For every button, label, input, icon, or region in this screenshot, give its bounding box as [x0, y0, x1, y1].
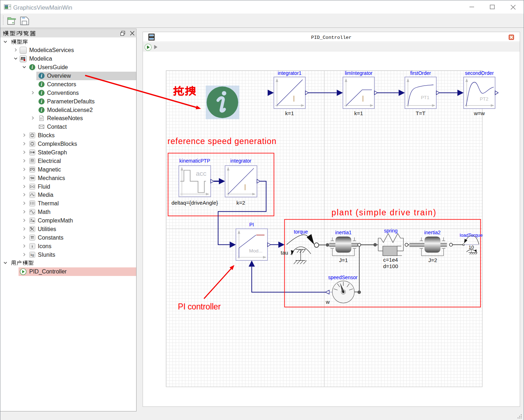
- svg-text:J=1: J=1: [339, 257, 348, 263]
- svg-text:kinematicPTP: kinematicPTP: [179, 158, 210, 164]
- svg-text:k=2: k=2: [236, 200, 245, 206]
- svg-text:integrator: integrator: [230, 158, 251, 164]
- svg-text:loadTorque: loadTorque: [460, 232, 483, 238]
- svg-text:spring: spring: [384, 228, 397, 234]
- svg-text:d=100: d=100: [383, 263, 398, 269]
- svg-text:speedSensor: speedSensor: [328, 275, 358, 280]
- svg-text:c=1e4: c=1e4: [383, 257, 398, 263]
- svg-text:plant (simple drive train): plant (simple drive train): [332, 208, 437, 217]
- svg-text:limIntegrator: limIntegrator: [345, 70, 373, 76]
- svg-text:PT2: PT2: [480, 96, 488, 102]
- svg-text:PI: PI: [249, 222, 254, 227]
- svg-text:inertia1: inertia1: [335, 230, 351, 235]
- svg-text:w: w: [325, 299, 330, 305]
- svg-text:inertia2: inertia2: [424, 230, 441, 235]
- svg-text:reference speed generation: reference speed generation: [168, 137, 277, 146]
- svg-text:tau: tau: [281, 250, 288, 256]
- svg-text:T=T: T=T: [416, 110, 425, 116]
- svg-text:torque: torque: [294, 229, 308, 235]
- svg-text:k=1: k=1: [354, 110, 363, 116]
- svg-text:Mod...: Mod...: [249, 248, 263, 253]
- svg-text:J=2: J=2: [428, 257, 437, 263]
- svg-text:integrator1: integrator1: [278, 70, 302, 76]
- svg-text:deltaq={driveAngle}: deltaq={driveAngle}: [171, 200, 218, 206]
- svg-text:w=w: w=w: [473, 110, 485, 116]
- svg-text:PI controller: PI controller: [178, 302, 221, 311]
- svg-text:acc: acc: [196, 170, 207, 177]
- svg-text:PT1: PT1: [421, 95, 430, 100]
- svg-text:k=1: k=1: [285, 110, 294, 116]
- svg-text:secondOrder: secondOrder: [465, 70, 494, 76]
- svg-text:firstOrder: firstOrder: [410, 70, 431, 76]
